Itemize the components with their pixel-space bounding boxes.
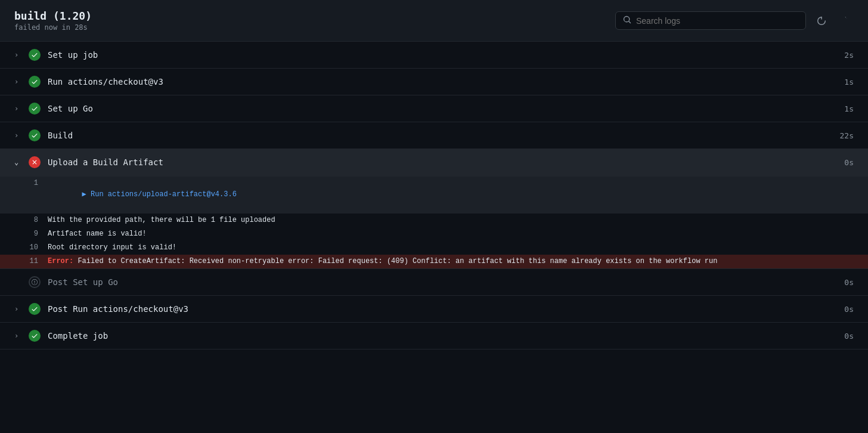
chevron-right-icon: › — [14, 104, 21, 113]
step-icon-success — [29, 303, 41, 315]
log-line-9[interactable]: 9 Artifact name is valid! — [0, 227, 868, 241]
step-run-checkout[interactable]: › Run actions/checkout@v3 1s — [0, 69, 868, 95]
log-line-content: Root directory input is valid! — [48, 242, 176, 253]
step-duration-build: 22s — [840, 131, 854, 140]
search-icon — [623, 16, 631, 26]
step-duration-post-set-up-go: 0s — [844, 278, 854, 287]
chevron-right-icon: › — [14, 78, 21, 86]
step-icon-error — [29, 156, 41, 168]
step-duration-set-up-job: 2s — [844, 51, 854, 60]
step-label-upload-artifact: Upload a Build Artifact — [48, 157, 844, 167]
step-label-post-run-checkout: Post Run actions/checkout@v3 — [48, 304, 844, 314]
chevron-right-icon: › — [14, 131, 21, 140]
step-duration-set-up-go: 1s — [844, 104, 854, 113]
log-line-8[interactable]: 8 With the provided path, there will be … — [0, 214, 868, 227]
log-line-content: Artifact name is valid! — [48, 228, 147, 240]
step-set-up-job[interactable]: › Set up job 2s — [0, 42, 868, 69]
chevron-right-icon: › — [14, 332, 21, 340]
step-label-complete-job: Complete job — [48, 331, 844, 341]
build-subtitle: failed now in 28s — [14, 23, 92, 32]
search-input[interactable] — [636, 16, 798, 26]
log-line-1[interactable]: 1 ▶ Run actions/upload-artifact@v4.3.6 — [0, 177, 868, 214]
step-label-build: Build — [48, 131, 840, 140]
step-complete-job[interactable]: › Complete job 0s — [0, 323, 868, 350]
log-line-number: 9 — [14, 228, 38, 240]
chevron-right-icon: › — [14, 305, 21, 313]
build-title: build (1.20) — [14, 10, 92, 22]
chevron-down-icon: ⌄ — [14, 158, 21, 166]
step-duration-upload-artifact: 0s — [844, 158, 854, 167]
step-icon-skipped — [29, 276, 41, 288]
step-upload-artifact[interactable]: ⌄ Upload a Build Artifact 0s — [0, 149, 868, 176]
log-line-10[interactable]: 10 Root directory input is valid! — [0, 241, 868, 255]
log-line-content: Error: Failed to CreateArtifact: Receive… — [48, 256, 717, 267]
header-right — [615, 11, 854, 30]
search-box[interactable] — [615, 11, 806, 30]
step-duration-run-checkout: 1s — [844, 78, 854, 86]
step-icon-success — [29, 103, 41, 115]
step-duration-complete-job: 0s — [844, 332, 854, 341]
refresh-button[interactable] — [813, 13, 830, 29]
step-icon-success — [29, 49, 41, 61]
chevron-placeholder: › — [14, 278, 21, 286]
step-icon-success — [29, 76, 41, 88]
log-line-number: 11 — [14, 256, 38, 267]
step-post-set-up-go[interactable]: › Post Set up Go 0s — [0, 269, 868, 296]
step-label-run-checkout: Run actions/checkout@v3 — [48, 77, 844, 86]
cmd-text: ▶ Run actions/upload-artifact@v4.3.6 — [82, 190, 237, 199]
header-left: build (1.20) failed now in 28s — [14, 10, 92, 32]
log-line-content: With the provided path, there will be 1 … — [48, 215, 275, 226]
log-line-number: 10 — [14, 242, 38, 253]
step-label-set-up-job: Set up job — [48, 50, 844, 60]
error-label: Error: — [48, 257, 73, 265]
log-line-11[interactable]: 11 Error: Failed to CreateArtifact: Rece… — [0, 255, 868, 268]
step-icon-success — [29, 129, 41, 141]
log-line-number: 1 — [14, 178, 38, 189]
step-build[interactable]: › Build 22s — [0, 122, 868, 149]
step-label-set-up-go: Set up Go — [48, 104, 844, 113]
step-icon-success — [29, 330, 41, 342]
log-line-content: ▶ Run actions/upload-artifact@v4.3.6 — [48, 178, 237, 212]
step-post-run-checkout[interactable]: › Post Run actions/checkout@v3 0s — [0, 296, 868, 323]
log-line-number: 8 — [14, 215, 38, 226]
log-container: 1 ▶ Run actions/upload-artifact@v4.3.6 8… — [0, 176, 868, 269]
header: build (1.20) failed now in 28s — [0, 0, 868, 42]
step-set-up-go[interactable]: › Set up Go 1s — [0, 95, 868, 122]
settings-button[interactable] — [837, 13, 854, 29]
main-content: › Set up job 2s › Run actions/checkout@v… — [0, 42, 868, 350]
step-label-post-set-up-go: Post Set up Go — [48, 277, 844, 287]
step-duration-post-run-checkout: 0s — [844, 305, 854, 314]
chevron-right-icon: › — [14, 51, 21, 59]
